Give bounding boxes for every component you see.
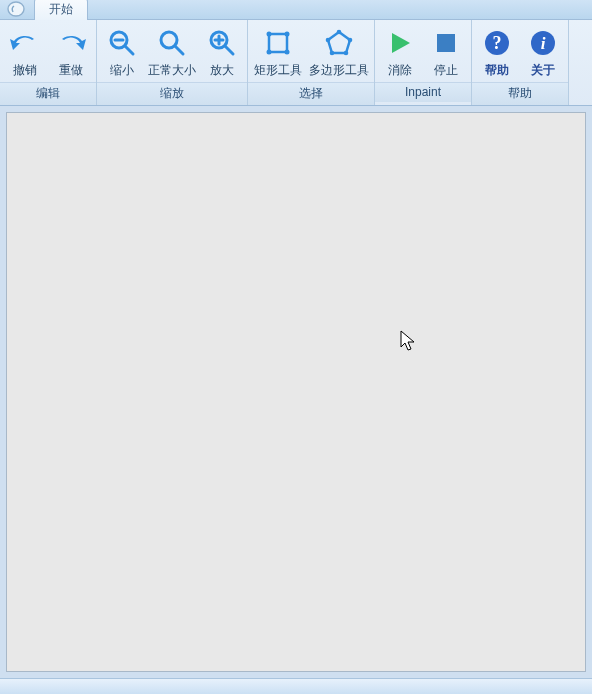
undo-button[interactable]: 撤销 [2,23,48,82]
help-button[interactable]: ? 帮助 [474,23,520,82]
rectangle-tool-button[interactable]: 矩形工具 [250,23,306,82]
svg-line-7 [225,46,233,54]
tab-label: 开始 [49,2,73,16]
app-icon [0,0,34,19]
ribbon: 撤销 重做 编辑 [0,20,592,106]
svg-marker-15 [328,32,350,53]
svg-point-16 [337,30,342,35]
svg-point-12 [285,32,290,37]
polygon-icon [322,26,356,60]
group-zoom: 缩小 正常大小 [97,20,248,105]
play-icon [383,26,417,60]
run-button[interactable]: 消除 [377,23,423,82]
svg-point-18 [344,51,349,56]
redo-icon [54,26,88,60]
run-label: 消除 [388,62,412,79]
zoom-fit-button[interactable]: 正常大小 [145,23,199,82]
svg-point-20 [326,38,331,43]
rectangle-icon [261,26,295,60]
svg-line-5 [175,46,183,54]
polygon-tool-label: 多边形工具 [309,62,369,79]
group-zoom-title: 缩放 [97,82,247,105]
svg-rect-22 [437,34,455,52]
svg-line-2 [125,46,133,54]
undo-icon [8,26,42,60]
svg-marker-21 [392,33,410,53]
workspace [0,106,592,678]
group-help-title: 帮助 [472,82,568,105]
zoom-fit-icon [155,26,189,60]
svg-rect-10 [269,34,287,52]
zoom-out-button[interactable]: 缩小 [99,23,145,82]
help-label: 帮助 [485,62,509,79]
undo-label: 撤销 [13,62,37,79]
rectangle-tool-label: 矩形工具 [254,62,302,79]
zoom-in-icon [205,26,239,60]
svg-point-11 [267,32,272,37]
svg-point-0 [8,2,24,16]
group-edit: 撤销 重做 编辑 [0,20,97,105]
group-edit-title: 编辑 [0,82,96,105]
redo-button[interactable]: 重做 [48,23,94,82]
redo-label: 重做 [59,62,83,79]
group-select: 矩形工具 多边形工具 选择 [248,20,375,105]
zoom-out-icon [105,26,139,60]
svg-point-19 [330,51,335,56]
group-select-title: 选择 [248,82,374,105]
about-label: 关于 [531,62,555,79]
about-icon: i [526,26,560,60]
group-inpaint-title: Inpaint [375,82,471,102]
zoom-fit-label: 正常大小 [148,62,196,79]
stop-icon [429,26,463,60]
group-inpaint: 消除 停止 Inpaint [375,20,472,105]
titlebar: 开始 [0,0,592,20]
canvas[interactable] [6,112,586,672]
svg-point-13 [267,50,272,55]
zoom-in-button[interactable]: 放大 [199,23,245,82]
cursor-icon [400,330,416,352]
svg-text:i: i [541,34,546,53]
help-icon: ? [480,26,514,60]
tab-start[interactable]: 开始 [34,0,88,20]
about-button[interactable]: i 关于 [520,23,566,82]
group-help: ? 帮助 i 关于 帮助 [472,20,569,105]
stop-label: 停止 [434,62,458,79]
svg-text:?: ? [493,33,502,53]
zoom-in-label: 放大 [210,62,234,79]
polygon-tool-button[interactable]: 多边形工具 [306,23,372,82]
zoom-out-label: 缩小 [110,62,134,79]
svg-point-14 [285,50,290,55]
statusbar [0,678,592,694]
stop-button[interactable]: 停止 [423,23,469,82]
svg-point-17 [348,38,353,43]
